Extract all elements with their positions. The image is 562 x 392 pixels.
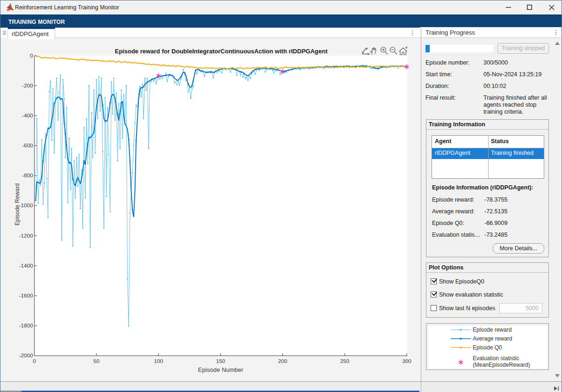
- svg-text:-600: -600: [22, 142, 33, 148]
- svg-text:250: 250: [340, 358, 349, 364]
- svg-text:300: 300: [402, 358, 411, 364]
- svg-text:Episode reward: Episode reward: [473, 327, 512, 333]
- svg-text:-1400: -1400: [19, 262, 33, 269]
- svg-text:-400: -400: [22, 112, 33, 118]
- svg-text:-1800: -1800: [19, 322, 33, 328]
- svg-text:Episode Q0: Episode Q0: [473, 344, 502, 351]
- svg-text:-800: -800: [22, 172, 33, 178]
- svg-text:Episode reward for DoubleInteg: Episode reward for DoubleIntegratorConti…: [115, 48, 328, 55]
- svg-text:200: 200: [278, 358, 288, 364]
- svg-text:Evaluation statistic: Evaluation statistic: [473, 355, 519, 362]
- svg-text:-1000: -1000: [19, 202, 33, 208]
- svg-text:0: 0: [30, 52, 33, 58]
- svg-text:-2000: -2000: [19, 352, 33, 358]
- svg-text:-1600: -1600: [19, 292, 33, 298]
- svg-text:Episode Number: Episode Number: [198, 366, 244, 373]
- svg-text:-1200: -1200: [19, 232, 33, 239]
- svg-text:150: 150: [216, 358, 225, 364]
- svg-text:-200: -200: [22, 82, 33, 88]
- svg-text:0: 0: [33, 358, 36, 364]
- svg-text:50: 50: [94, 358, 100, 364]
- svg-text:Average reward: Average reward: [473, 335, 512, 342]
- svg-text:Episode Reward: Episode Reward: [14, 183, 21, 225]
- svg-text:100: 100: [154, 358, 163, 364]
- svg-text:(MeanEpisodeReward): (MeanEpisodeReward): [473, 362, 530, 368]
